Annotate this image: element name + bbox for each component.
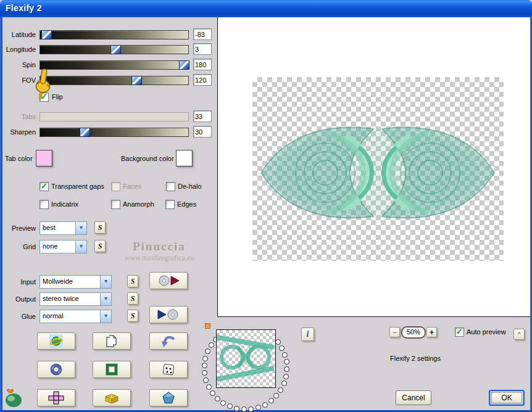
dial-dot[interactable]: [203, 377, 209, 383]
undo-button[interactable]: [149, 332, 188, 350]
cube-net-button[interactable]: [37, 389, 75, 406]
dial-dot[interactable]: [282, 352, 288, 358]
dial-dot[interactable]: [202, 363, 207, 368]
latitude-slider[interactable]: [39, 30, 189, 39]
spin-label: Spin: [0, 61, 36, 68]
dial-dot[interactable]: [202, 370, 207, 376]
fov-value[interactable]: [193, 74, 212, 86]
fov-slider-thumb[interactable]: [131, 76, 142, 85]
indicatrix-checkbox[interactable]: [39, 200, 49, 209]
tabs-label: Tabs: [0, 113, 36, 120]
brick-button[interactable]: [93, 389, 131, 406]
output-combo-label: Output: [0, 295, 36, 303]
chevron-down-icon[interactable]: [100, 276, 111, 288]
dial-dot[interactable]: [284, 359, 289, 365]
settings-status-text: Flexify 2 settings: [390, 355, 441, 362]
input-select[interactable]: Mollweide: [39, 275, 112, 289]
zoom-in-button[interactable]: +: [426, 327, 437, 337]
dial-dot[interactable]: [206, 384, 212, 390]
dice-button[interactable]: [149, 361, 188, 378]
info-button[interactable]: i: [301, 328, 314, 341]
tab-color-swatch[interactable]: [36, 150, 52, 167]
dial-dot[interactable]: [234, 406, 239, 411]
background-color-swatch[interactable]: [176, 150, 193, 167]
spin-slider[interactable]: [39, 60, 189, 70]
glue-select[interactable]: normal: [39, 310, 112, 323]
frame-button[interactable]: [93, 361, 131, 378]
watermark-name: Pinuccia: [109, 240, 209, 253]
collapse-button[interactable]: ^: [513, 329, 525, 340]
longitude-slider[interactable]: [39, 45, 189, 54]
auto-preview-label: Auto preview: [467, 328, 506, 336]
dial-dot[interactable]: [220, 400, 226, 406]
copy-pages-icon: [106, 334, 118, 348]
window-title: Flexify 2: [6, 3, 42, 13]
dial-dot[interactable]: [273, 393, 279, 398]
dehalo-checkbox[interactable]: [166, 182, 175, 191]
chevron-down-icon[interactable]: [100, 293, 111, 305]
spin-slider-thumb[interactable]: [179, 60, 189, 70]
globe-button[interactable]: [37, 332, 75, 350]
sharpen-slider[interactable]: [39, 128, 189, 137]
longitude-value[interactable]: [193, 43, 212, 55]
output-select-value: stereo twice: [40, 293, 100, 305]
preview-select-value: best: [40, 222, 75, 234]
polyhedron-button[interactable]: [149, 389, 188, 406]
dial-position-marker: [205, 323, 210, 329]
dial-dot[interactable]: [202, 356, 208, 361]
preset-thumbnail[interactable]: [216, 329, 276, 388]
lego-brick-icon: [104, 391, 120, 405]
fov-slider[interactable]: [39, 76, 189, 85]
glue-surprise-button[interactable]: S: [127, 310, 138, 322]
grid-select[interactable]: none: [39, 240, 87, 253]
chevron-down-icon[interactable]: [75, 222, 86, 234]
faces-checkbox: [111, 182, 120, 191]
spin-value[interactable]: [193, 59, 212, 70]
copy-button[interactable]: [93, 332, 131, 350]
ok-button[interactable]: OK: [489, 390, 525, 406]
dial-dot[interactable]: [268, 398, 274, 403]
dial-dot[interactable]: [205, 348, 210, 354]
load-settings-button[interactable]: [149, 272, 188, 289]
dial-dot[interactable]: [283, 374, 289, 379]
dial-dot[interactable]: [279, 345, 285, 351]
dial-dot[interactable]: [281, 381, 287, 386]
preview-surprise-button[interactable]: S: [94, 221, 106, 234]
zoom-level: 50%: [401, 326, 426, 339]
sharpen-slider-thumb[interactable]: [80, 128, 90, 137]
chevron-down-icon[interactable]: [75, 241, 86, 253]
cancel-button[interactable]: Cancel: [396, 390, 431, 405]
glue-select-value: normal: [40, 310, 100, 323]
dial-dot[interactable]: [262, 402, 268, 408]
output-select[interactable]: stereo twice: [39, 292, 112, 306]
save-settings-button[interactable]: [149, 306, 188, 323]
dial-dot[interactable]: [227, 403, 233, 409]
longitude-slider-thumb[interactable]: [110, 45, 121, 54]
auto-preview-checkbox[interactable]: [455, 328, 464, 337]
output-surprise-button[interactable]: S: [127, 292, 138, 305]
transparent-gaps-checkbox[interactable]: [39, 182, 49, 191]
zoom-out-button[interactable]: −: [389, 327, 400, 337]
chevron-down-icon[interactable]: [100, 310, 111, 323]
latitude-value[interactable]: [193, 28, 212, 40]
dial-dot[interactable]: [215, 396, 220, 402]
preview-transparency-checkerboard: [252, 77, 504, 261]
latitude-slider-thumb[interactable]: [41, 30, 52, 39]
dial-dot[interactable]: [241, 406, 247, 412]
preview-combo-label: Preview: [0, 225, 36, 232]
tabs-value[interactable]: [193, 110, 212, 122]
input-surprise-button[interactable]: S: [127, 275, 138, 287]
dial-dot[interactable]: [284, 366, 289, 372]
anamorph-checkbox[interactable]: [111, 200, 120, 209]
dial-dot[interactable]: [210, 390, 215, 396]
preview-panel: [217, 17, 531, 317]
ring-button[interactable]: [37, 361, 75, 378]
grid-surprise-button[interactable]: S: [94, 240, 106, 252]
title-bar[interactable]: Flexify 2: [0, 0, 532, 17]
dial-dot[interactable]: [278, 387, 283, 393]
sharpen-value[interactable]: [193, 126, 212, 138]
dial-dot[interactable]: [209, 342, 214, 348]
dial-dot[interactable]: [256, 405, 261, 410]
preview-select[interactable]: best: [39, 221, 87, 235]
edges-checkbox[interactable]: [165, 200, 175, 209]
